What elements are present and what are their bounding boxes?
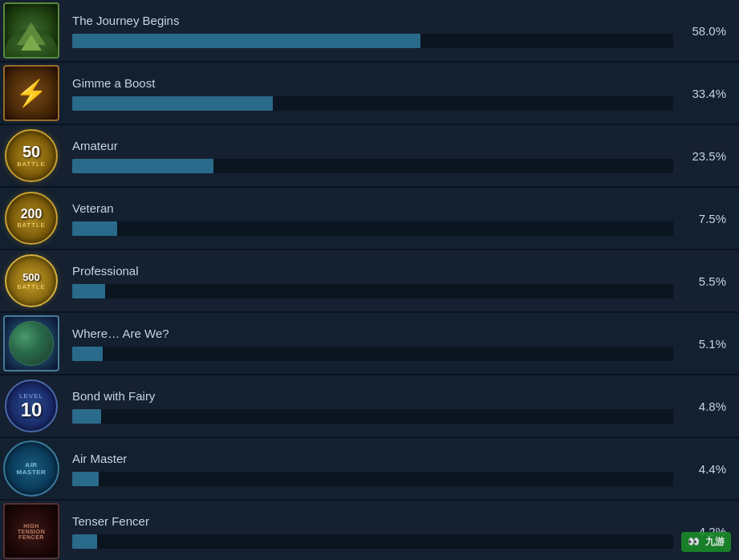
progress-bar-fill-airmaster: [72, 472, 99, 486]
achievement-row[interactable]: The Journey Begins58.0%: [0, 0, 739, 63]
achievement-name-amateur: Amateur: [72, 139, 673, 152]
achievement-percent-professional: 5.5%: [683, 274, 739, 288]
achievement-row[interactable]: LEVEL 10 Bond with Fairy4.8%: [0, 375, 739, 438]
progress-bar-fill-amateur: [72, 159, 213, 173]
achievement-percent-bond: 4.8%: [683, 400, 739, 413]
progress-bar-bg-where: [72, 347, 673, 361]
achievement-row[interactable]: 200 BATTLE Veteran7.5%: [0, 188, 739, 250]
achievement-content-amateur: Amateur: [63, 139, 683, 173]
achievement-row[interactable]: HIGH TENSION FENCER Tenser Fencer4.2%: [0, 501, 739, 560]
progress-bar-bg-tenser: [72, 534, 673, 549]
progress-bar-fill-professional: [72, 284, 105, 298]
achievement-name-boost: Gimme a Boost: [72, 76, 673, 90]
achievement-percent-airmaster: 4.4%: [683, 462, 739, 476]
achievement-content-professional: Professional: [63, 264, 683, 298]
achievement-name-professional: Professional: [72, 264, 673, 278]
progress-bar-bg-veteran: [72, 221, 673, 236]
achievement-content-airmaster: Air Master: [63, 452, 683, 486]
achievement-percent-veteran: 7.5%: [683, 212, 739, 225]
achievement-icon-boost: ⚡: [0, 62, 63, 124]
progress-bar-bg-amateur: [72, 159, 673, 173]
achievement-percent-where: 5.1%: [683, 337, 739, 351]
achievement-percent-boost: 33.4%: [683, 87, 739, 100]
achievement-content-journey: The Journey Begins: [63, 14, 683, 48]
progress-bar-fill-bond: [72, 409, 101, 424]
achievement-icon-airmaster: AIR MASTER: [0, 437, 63, 500]
achievement-row[interactable]: AIR MASTER Air Master4.4%: [0, 438, 739, 501]
progress-bar-fill-veteran: [72, 221, 117, 236]
progress-bar-fill-journey: [72, 34, 420, 48]
achievement-list: The Journey Begins58.0% ⚡ Gimme a Boost3…: [0, 0, 739, 560]
achievement-name-tenser: Tenser Fencer: [72, 514, 673, 528]
progress-bar-bg-airmaster: [72, 472, 673, 486]
achievement-name-airmaster: Air Master: [72, 452, 673, 465]
achievement-content-boost: Gimme a Boost: [63, 76, 683, 111]
progress-bar-bg-bond: [72, 409, 673, 424]
progress-bar-bg-journey: [72, 34, 673, 48]
achievement-percent-journey: 58.0%: [683, 24, 739, 38]
achievement-icon-veteran: 200 BATTLE: [0, 187, 63, 250]
achievement-percent-amateur: 23.5%: [683, 149, 739, 163]
progress-bar-fill-tenser: [72, 534, 97, 549]
progress-bar-bg-professional: [72, 284, 673, 298]
achievement-icon-amateur: 50 BATTLE: [0, 124, 63, 187]
achievement-icon-tenser: HIGH TENSION FENCER: [0, 500, 63, 560]
achievement-row[interactable]: Where… Are We?5.1%: [0, 313, 739, 375]
achievement-name-where: Where… Are We?: [72, 327, 673, 340]
watermark-face: 👀: [688, 536, 700, 547]
achievement-icon-journey: [0, 0, 63, 62]
achievement-row[interactable]: 50 BATTLE Amateur23.5%: [0, 125, 739, 188]
achievement-icon-where: [0, 312, 63, 375]
progress-bar-fill-boost: [72, 96, 273, 111]
watermark-text: 九游: [705, 536, 725, 547]
progress-bar-fill-where: [72, 347, 103, 361]
progress-bar-bg-boost: [72, 96, 673, 111]
watermark: 👀 九游: [681, 532, 731, 552]
achievement-content-veteran: Veteran: [63, 201, 683, 236]
achievement-name-veteran: Veteran: [72, 201, 673, 215]
achievement-name-journey: The Journey Begins: [72, 14, 673, 27]
achievement-content-bond: Bond with Fairy: [63, 389, 683, 424]
achievement-content-tenser: Tenser Fencer: [63, 514, 683, 549]
achievement-icon-bond: LEVEL 10: [0, 375, 63, 437]
achievement-icon-professional: 500 BATTLE: [0, 250, 63, 312]
achievement-name-bond: Bond with Fairy: [72, 389, 673, 403]
achievement-content-where: Where… Are We?: [63, 327, 683, 361]
achievement-row[interactable]: ⚡ Gimme a Boost33.4%: [0, 63, 739, 125]
achievement-row[interactable]: 500 BATTLE Professional5.5%: [0, 250, 739, 313]
